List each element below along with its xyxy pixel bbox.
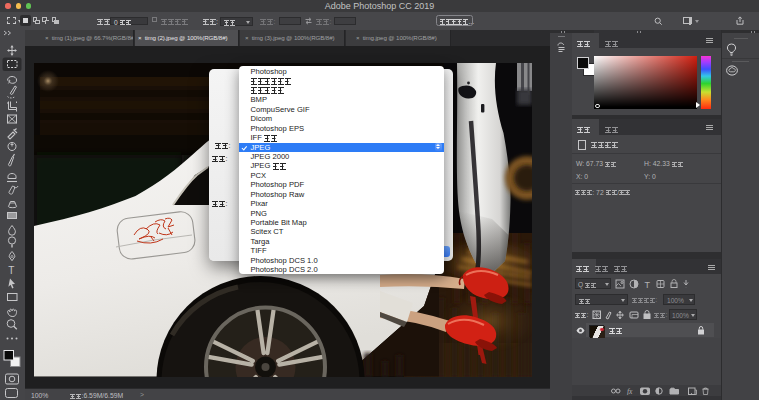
- svg-text:fx: fx: [627, 387, 633, 395]
- svg-text:T: T: [645, 280, 651, 290]
- svg-text:T: T: [8, 264, 14, 275]
